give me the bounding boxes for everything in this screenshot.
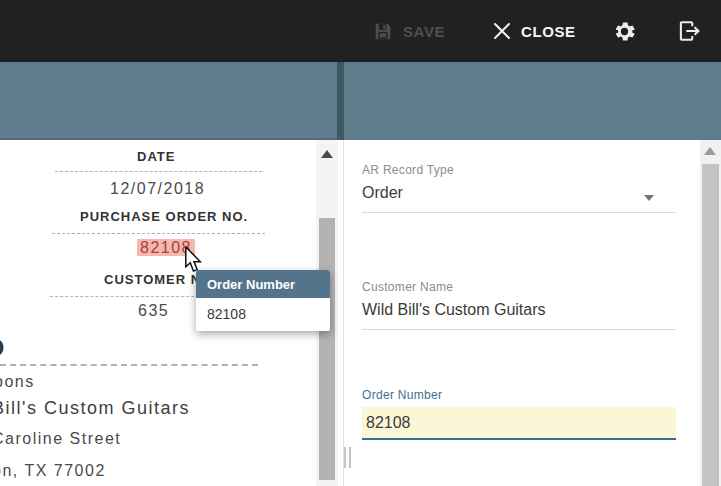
field-label: Order Number [362, 388, 676, 402]
field-value-text[interactable]: Wild Bill's Custom Guitars [362, 301, 676, 319]
doc-address-line: Caroline Street [0, 430, 121, 448]
field-label: Customer Name [362, 280, 676, 294]
settings-button[interactable] [612, 0, 637, 62]
panel-splitter-handle[interactable] [344, 447, 351, 468]
logout-icon [676, 18, 702, 44]
field-underline [362, 329, 676, 330]
scroll-up-arrow-icon[interactable] [321, 150, 333, 158]
save-floppy-icon [372, 20, 394, 42]
doc-address-line: oons [0, 373, 35, 391]
index-fields-panel: AR Record Type Order Customer Name Wild … [344, 140, 700, 486]
close-label: CLOSE [521, 23, 576, 40]
save-label: SAVE [403, 23, 445, 40]
index-fields-header: Index Fields [344, 62, 721, 140]
doc-customer-value: 635 [138, 302, 169, 320]
doc-fineprint-line [52, 233, 265, 234]
logout-button[interactable] [676, 0, 702, 62]
scroll-up-arrow-icon[interactable] [704, 147, 716, 155]
tooltip-value: 82108 [196, 298, 330, 331]
doc-address-line: on, TX 77002 [0, 462, 106, 480]
scrollbar-thumb[interactable] [702, 164, 719, 486]
field-value-dropdown[interactable]: Order [362, 184, 676, 202]
toolbar-divider [337, 62, 344, 140]
mouse-cursor-icon [183, 247, 205, 273]
field-underline [362, 212, 676, 213]
doc-address-line: Bill's Custom Guitars [0, 398, 190, 419]
extraction-tooltip: Order Number 82108 [196, 270, 330, 331]
field-input-focused[interactable]: 82108 [362, 407, 676, 440]
field-order-number: Order Number 82108 [362, 388, 676, 440]
field-customer-name: Customer Name Wild Bill's Custom Guitars [362, 280, 676, 330]
doc-clipped-letter: D [0, 334, 4, 362]
doc-fineprint-line [55, 171, 262, 172]
dropdown-caret-icon[interactable] [644, 195, 654, 201]
close-x-icon [492, 21, 512, 41]
field-label: AR Record Type [362, 163, 676, 177]
capture-indexing-app: SAVE CLOSE [0, 0, 721, 486]
scrollbar-thumb[interactable] [319, 218, 335, 480]
gear-icon [612, 19, 637, 44]
save-button[interactable]: SAVE [372, 0, 445, 62]
close-button[interactable]: CLOSE [492, 0, 576, 62]
tooltip-title: Order Number [196, 270, 330, 298]
doc-date-value: 12/07/2018 [110, 180, 205, 198]
panel-scrollbar[interactable] [700, 140, 721, 486]
doc-po-label: PURCHASE ORDER NO. [80, 209, 248, 224]
doc-fineprint-line [0, 364, 258, 366]
field-ar-record-type: AR Record Type Order [362, 163, 676, 213]
doc-date-label: DATE [137, 149, 175, 164]
top-bar: SAVE CLOSE [0, 0, 721, 62]
